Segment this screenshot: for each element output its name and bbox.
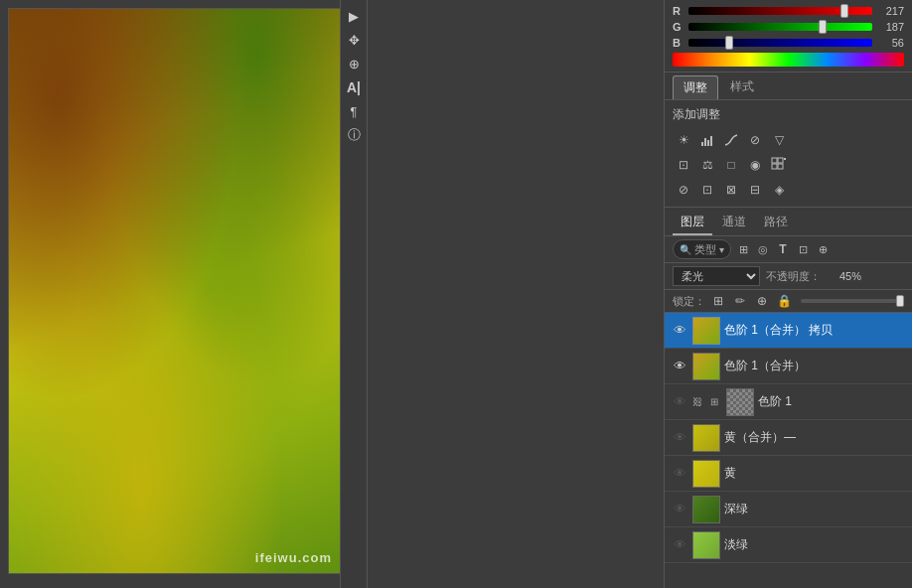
layer-thumb: [692, 424, 720, 452]
adj-posterize-icon[interactable]: ⊡: [696, 179, 718, 201]
tool-para[interactable]: ¶: [343, 100, 365, 122]
layer-filter-text[interactable]: T: [775, 241, 791, 257]
adj-exposure-icon[interactable]: ⊘: [744, 129, 766, 151]
layer-tab-channels[interactable]: 通道: [714, 211, 754, 235]
tool-move[interactable]: ✥: [343, 29, 365, 51]
svg-rect-5: [778, 158, 783, 163]
layer-name: 黄: [724, 465, 906, 482]
layer-visibility-icon-hidden[interactable]: 👁: [671, 430, 688, 445]
layer-filter-smart[interactable]: ⊕: [815, 241, 831, 257]
layer-visibility-icon-hidden[interactable]: 👁: [671, 502, 688, 516]
adj-chanmix-icon[interactable]: [768, 154, 790, 176]
r-thumb[interactable]: [840, 4, 848, 18]
lock-all-btn[interactable]: 🔒: [775, 292, 793, 310]
b-thumb[interactable]: [725, 36, 733, 50]
lock-pixels-btn[interactable]: ⊞: [709, 292, 727, 310]
layer-thumb: [692, 353, 720, 380]
adj-invert-icon[interactable]: ⊘: [673, 179, 694, 201]
layer-item[interactable]: 👁 色阶 1（合并） 拷贝: [665, 313, 912, 349]
layer-visibility-icon[interactable]: 👁: [671, 359, 688, 373]
adjustments-title: 添加调整: [673, 106, 904, 123]
layer-item[interactable]: 👁 黄（合并）—: [665, 420, 912, 456]
adj-vibrance-icon[interactable]: ⊡: [673, 154, 694, 176]
tool-info[interactable]: ⓘ: [343, 124, 365, 146]
r-label: R: [673, 5, 684, 17]
adj-down-icon[interactable]: ▽: [768, 129, 790, 151]
adj-levels-icon[interactable]: [696, 129, 718, 151]
adj-gradient-icon[interactable]: ⊟: [744, 179, 766, 201]
layer-thumb: [692, 460, 720, 488]
blend-mode-select[interactable]: 柔光: [673, 266, 760, 286]
layer-thumb: [692, 317, 720, 345]
adj-icon-row-1: ☀ ⊘ ▽: [673, 129, 904, 151]
lock-move-btn[interactable]: ⊕: [753, 292, 771, 310]
tab-style[interactable]: 样式: [720, 75, 764, 99]
adj-curves-icon[interactable]: [720, 129, 742, 151]
layer-visibility-icon-hidden[interactable]: 👁: [671, 537, 688, 552]
tool-add[interactable]: ⊕: [343, 53, 365, 74]
layer-filter-pixel[interactable]: ⊞: [735, 241, 751, 257]
layer-thumb: [692, 531, 720, 559]
layer-visibility-icon[interactable]: 👁: [671, 323, 688, 338]
layer-filter-adjust[interactable]: ◎: [755, 241, 771, 257]
lock-row: 锁定： ⊞ ✏ ⊕ 🔒: [665, 290, 912, 313]
layer-visibility-icon-hidden[interactable]: 👁: [671, 394, 688, 409]
layers-controls: 🔍 类型 ▾ ⊞ ◎ T ⊡ ⊕: [665, 236, 912, 263]
layer-link-icon: ⛓: [692, 396, 702, 407]
fill-thumb[interactable]: [896, 295, 904, 307]
adj-colorbalance-icon[interactable]: □: [720, 154, 742, 176]
layer-item[interactable]: 👁 黄: [665, 456, 912, 492]
opacity-label: 不透明度：: [766, 269, 821, 284]
layer-item[interactable]: 👁 淡绿: [665, 527, 912, 563]
layer-tab-layers[interactable]: 图层: [673, 211, 712, 235]
adj-hue-icon[interactable]: ⚖: [696, 154, 718, 176]
lock-position-btn[interactable]: ✏: [731, 292, 749, 310]
svg-rect-4: [772, 158, 777, 163]
layer-item[interactable]: 👁 色阶 1（合并）: [665, 349, 912, 384]
layers-tab-bar: 图层 通道 路径: [665, 208, 912, 236]
canvas-area: ifeiwu.com: [0, 0, 664, 588]
search-icon: 🔍: [680, 244, 691, 255]
adj-icon-row-3: ⊘ ⊡ ⊠ ⊟ ◈: [673, 179, 904, 201]
layer-adj-icon: ⊞: [706, 394, 722, 410]
r-value: 217: [876, 5, 904, 17]
svg-rect-1: [704, 138, 706, 146]
adj-threshold-icon[interactable]: ⊠: [720, 179, 742, 201]
layer-name: 淡绿: [724, 536, 906, 553]
layer-tab-paths[interactable]: 路径: [756, 211, 796, 235]
layer-visibility-icon-hidden[interactable]: 👁: [671, 466, 688, 481]
search-box[interactable]: 🔍 类型 ▾: [673, 239, 731, 259]
r-row: R 217: [673, 5, 904, 17]
adjustments-section: 添加调整 ☀ ⊘ ▽ ⊡ ⚖ □ ◉: [665, 100, 912, 208]
svg-rect-6: [772, 164, 777, 169]
tab-adjust[interactable]: 调整: [673, 75, 718, 99]
watermark: ifeiwu.com: [255, 550, 332, 565]
b-slider-track[interactable]: [688, 39, 872, 47]
fill-track-container: [801, 299, 904, 303]
b-row: B 56: [673, 37, 904, 49]
layer-name: 色阶 1: [758, 393, 906, 410]
layer-item[interactable]: 👁 深绿: [665, 492, 912, 527]
search-dropdown-icon[interactable]: ▾: [719, 244, 724, 255]
layer-item[interactable]: 👁 ⛓ ⊞ 色阶 1: [665, 384, 912, 420]
layer-name: 色阶 1（合并） 拷贝: [724, 322, 906, 339]
adj-selective-icon[interactable]: ◈: [768, 179, 790, 201]
layers-list: 👁 色阶 1（合并） 拷贝 👁 色阶 1（合并） 👁 ⛓ ⊞ 色阶 1 👁: [665, 313, 912, 588]
layer-name: 色阶 1（合并）: [724, 358, 906, 374]
adj-brightness-icon[interactable]: ☀: [673, 129, 694, 151]
g-slider-track[interactable]: [688, 23, 872, 31]
left-toolbar: ▶ ✥ ⊕ A| ¶ ⓘ: [340, 0, 368, 588]
search-type-label: 类型: [694, 242, 716, 257]
layer-filter-shape[interactable]: ⊡: [795, 241, 811, 257]
layer-name: 黄（合并）—: [724, 429, 906, 446]
layer-mask-thumb: [726, 388, 754, 416]
adj-photo-icon[interactable]: ◉: [744, 154, 766, 176]
right-panel: R 217 G 187 B 56: [664, 0, 912, 588]
g-thumb[interactable]: [819, 20, 827, 34]
r-slider-track[interactable]: [688, 7, 872, 15]
g-row: G 187: [673, 21, 904, 33]
tool-text[interactable]: A|: [343, 76, 365, 98]
svg-rect-2: [707, 140, 709, 146]
adj-icon-row-2: ⊡ ⚖ □ ◉: [673, 154, 904, 176]
tool-play[interactable]: ▶: [343, 5, 365, 27]
